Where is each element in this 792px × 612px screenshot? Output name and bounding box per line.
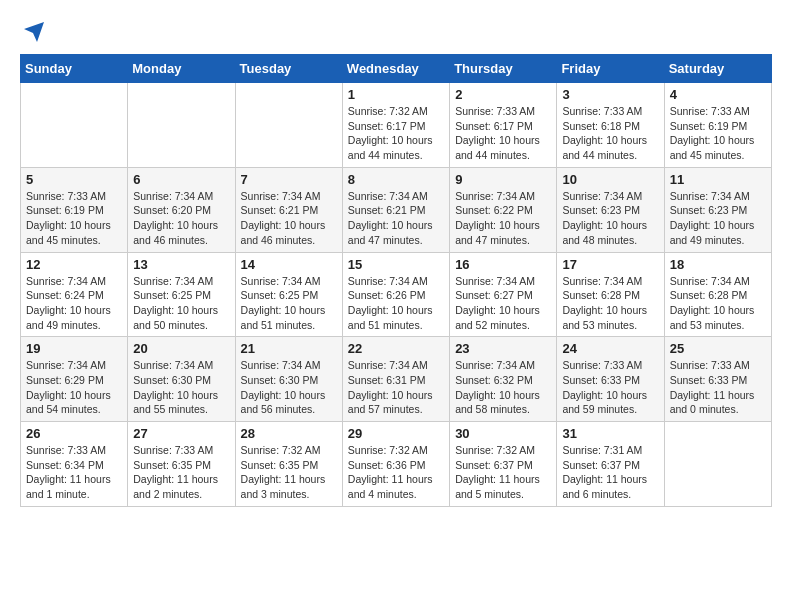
day-info: Sunrise: 7:32 AM Sunset: 6:35 PM Dayligh… (241, 443, 337, 502)
calendar-cell: 15Sunrise: 7:34 AM Sunset: 6:26 PM Dayli… (342, 252, 449, 337)
day-info: Sunrise: 7:33 AM Sunset: 6:34 PM Dayligh… (26, 443, 122, 502)
calendar-cell: 23Sunrise: 7:34 AM Sunset: 6:32 PM Dayli… (450, 337, 557, 422)
day-number: 16 (455, 257, 551, 272)
calendar-week-row: 5Sunrise: 7:33 AM Sunset: 6:19 PM Daylig… (21, 167, 772, 252)
day-number: 4 (670, 87, 766, 102)
day-info: Sunrise: 7:34 AM Sunset: 6:20 PM Dayligh… (133, 189, 229, 248)
calendar-cell (21, 83, 128, 168)
calendar-cell: 1Sunrise: 7:32 AM Sunset: 6:17 PM Daylig… (342, 83, 449, 168)
day-info: Sunrise: 7:34 AM Sunset: 6:21 PM Dayligh… (348, 189, 444, 248)
day-info: Sunrise: 7:33 AM Sunset: 6:33 PM Dayligh… (670, 358, 766, 417)
day-number: 27 (133, 426, 229, 441)
day-number: 21 (241, 341, 337, 356)
calendar-week-row: 19Sunrise: 7:34 AM Sunset: 6:29 PM Dayli… (21, 337, 772, 422)
day-number: 31 (562, 426, 658, 441)
day-info: Sunrise: 7:32 AM Sunset: 6:17 PM Dayligh… (348, 104, 444, 163)
day-number: 28 (241, 426, 337, 441)
day-info: Sunrise: 7:34 AM Sunset: 6:30 PM Dayligh… (133, 358, 229, 417)
day-info: Sunrise: 7:34 AM Sunset: 6:25 PM Dayligh… (241, 274, 337, 333)
day-number: 6 (133, 172, 229, 187)
day-number: 11 (670, 172, 766, 187)
day-number: 9 (455, 172, 551, 187)
day-header-wednesday: Wednesday (342, 55, 449, 83)
calendar-cell: 12Sunrise: 7:34 AM Sunset: 6:24 PM Dayli… (21, 252, 128, 337)
day-number: 29 (348, 426, 444, 441)
calendar-cell: 19Sunrise: 7:34 AM Sunset: 6:29 PM Dayli… (21, 337, 128, 422)
day-number: 23 (455, 341, 551, 356)
day-number: 12 (26, 257, 122, 272)
day-number: 10 (562, 172, 658, 187)
day-info: Sunrise: 7:34 AM Sunset: 6:21 PM Dayligh… (241, 189, 337, 248)
day-number: 17 (562, 257, 658, 272)
day-number: 15 (348, 257, 444, 272)
calendar-cell: 7Sunrise: 7:34 AM Sunset: 6:21 PM Daylig… (235, 167, 342, 252)
calendar-cell: 24Sunrise: 7:33 AM Sunset: 6:33 PM Dayli… (557, 337, 664, 422)
calendar-cell: 8Sunrise: 7:34 AM Sunset: 6:21 PM Daylig… (342, 167, 449, 252)
day-number: 19 (26, 341, 122, 356)
day-number: 5 (26, 172, 122, 187)
day-info: Sunrise: 7:33 AM Sunset: 6:35 PM Dayligh… (133, 443, 229, 502)
calendar-cell: 17Sunrise: 7:34 AM Sunset: 6:28 PM Dayli… (557, 252, 664, 337)
day-number: 25 (670, 341, 766, 356)
calendar-cell: 22Sunrise: 7:34 AM Sunset: 6:31 PM Dayli… (342, 337, 449, 422)
day-number: 1 (348, 87, 444, 102)
calendar-cell: 29Sunrise: 7:32 AM Sunset: 6:36 PM Dayli… (342, 422, 449, 507)
day-number: 26 (26, 426, 122, 441)
day-info: Sunrise: 7:34 AM Sunset: 6:27 PM Dayligh… (455, 274, 551, 333)
calendar-cell: 31Sunrise: 7:31 AM Sunset: 6:37 PM Dayli… (557, 422, 664, 507)
calendar-header-row: SundayMondayTuesdayWednesdayThursdayFrid… (21, 55, 772, 83)
day-header-tuesday: Tuesday (235, 55, 342, 83)
day-number: 13 (133, 257, 229, 272)
day-header-sunday: Sunday (21, 55, 128, 83)
calendar-cell: 13Sunrise: 7:34 AM Sunset: 6:25 PM Dayli… (128, 252, 235, 337)
day-number: 3 (562, 87, 658, 102)
day-number: 24 (562, 341, 658, 356)
day-info: Sunrise: 7:31 AM Sunset: 6:37 PM Dayligh… (562, 443, 658, 502)
day-info: Sunrise: 7:33 AM Sunset: 6:18 PM Dayligh… (562, 104, 658, 163)
day-info: Sunrise: 7:34 AM Sunset: 6:22 PM Dayligh… (455, 189, 551, 248)
calendar-week-row: 12Sunrise: 7:34 AM Sunset: 6:24 PM Dayli… (21, 252, 772, 337)
day-info: Sunrise: 7:34 AM Sunset: 6:23 PM Dayligh… (670, 189, 766, 248)
page-header (20, 20, 772, 44)
calendar-cell: 14Sunrise: 7:34 AM Sunset: 6:25 PM Dayli… (235, 252, 342, 337)
calendar-cell: 18Sunrise: 7:34 AM Sunset: 6:28 PM Dayli… (664, 252, 771, 337)
calendar-cell: 30Sunrise: 7:32 AM Sunset: 6:37 PM Dayli… (450, 422, 557, 507)
day-info: Sunrise: 7:32 AM Sunset: 6:37 PM Dayligh… (455, 443, 551, 502)
calendar-cell: 6Sunrise: 7:34 AM Sunset: 6:20 PM Daylig… (128, 167, 235, 252)
day-info: Sunrise: 7:34 AM Sunset: 6:24 PM Dayligh… (26, 274, 122, 333)
day-number: 18 (670, 257, 766, 272)
calendar-cell: 28Sunrise: 7:32 AM Sunset: 6:35 PM Dayli… (235, 422, 342, 507)
calendar-cell: 3Sunrise: 7:33 AM Sunset: 6:18 PM Daylig… (557, 83, 664, 168)
calendar-cell: 4Sunrise: 7:33 AM Sunset: 6:19 PM Daylig… (664, 83, 771, 168)
calendar-cell: 9Sunrise: 7:34 AM Sunset: 6:22 PM Daylig… (450, 167, 557, 252)
calendar-cell: 11Sunrise: 7:34 AM Sunset: 6:23 PM Dayli… (664, 167, 771, 252)
calendar-cell: 16Sunrise: 7:34 AM Sunset: 6:27 PM Dayli… (450, 252, 557, 337)
calendar-cell: 26Sunrise: 7:33 AM Sunset: 6:34 PM Dayli… (21, 422, 128, 507)
logo (20, 20, 46, 44)
day-info: Sunrise: 7:34 AM Sunset: 6:32 PM Dayligh… (455, 358, 551, 417)
day-info: Sunrise: 7:33 AM Sunset: 6:19 PM Dayligh… (26, 189, 122, 248)
calendar-cell: 25Sunrise: 7:33 AM Sunset: 6:33 PM Dayli… (664, 337, 771, 422)
day-header-thursday: Thursday (450, 55, 557, 83)
day-info: Sunrise: 7:33 AM Sunset: 6:33 PM Dayligh… (562, 358, 658, 417)
calendar-cell: 5Sunrise: 7:33 AM Sunset: 6:19 PM Daylig… (21, 167, 128, 252)
day-header-monday: Monday (128, 55, 235, 83)
calendar-table: SundayMondayTuesdayWednesdayThursdayFrid… (20, 54, 772, 507)
day-info: Sunrise: 7:34 AM Sunset: 6:28 PM Dayligh… (670, 274, 766, 333)
calendar-cell: 10Sunrise: 7:34 AM Sunset: 6:23 PM Dayli… (557, 167, 664, 252)
calendar-cell: 21Sunrise: 7:34 AM Sunset: 6:30 PM Dayli… (235, 337, 342, 422)
day-info: Sunrise: 7:34 AM Sunset: 6:28 PM Dayligh… (562, 274, 658, 333)
day-info: Sunrise: 7:33 AM Sunset: 6:17 PM Dayligh… (455, 104, 551, 163)
day-number: 14 (241, 257, 337, 272)
calendar-week-row: 1Sunrise: 7:32 AM Sunset: 6:17 PM Daylig… (21, 83, 772, 168)
calendar-week-row: 26Sunrise: 7:33 AM Sunset: 6:34 PM Dayli… (21, 422, 772, 507)
day-number: 8 (348, 172, 444, 187)
day-number: 30 (455, 426, 551, 441)
day-info: Sunrise: 7:34 AM Sunset: 6:31 PM Dayligh… (348, 358, 444, 417)
calendar-cell (235, 83, 342, 168)
day-number: 7 (241, 172, 337, 187)
day-number: 2 (455, 87, 551, 102)
calendar-cell (664, 422, 771, 507)
calendar-cell: 20Sunrise: 7:34 AM Sunset: 6:30 PM Dayli… (128, 337, 235, 422)
calendar-cell (128, 83, 235, 168)
